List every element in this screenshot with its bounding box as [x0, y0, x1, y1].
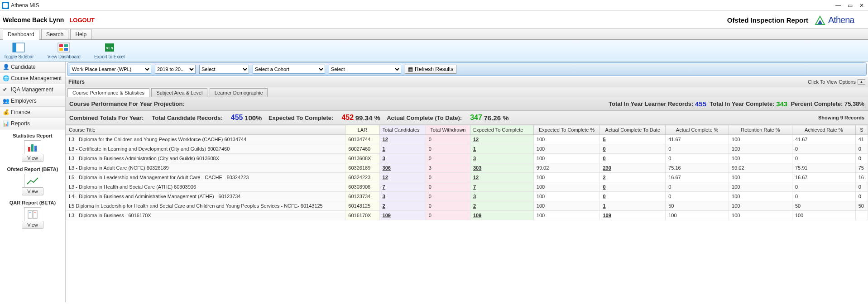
percent-value: 75.38% — [844, 100, 864, 107]
cohort-select[interactable]: Select a Cohort — [253, 65, 325, 74]
subtab-course-performance[interactable]: Course Performance & Statistics — [67, 88, 149, 97]
ofsted-report-title: Ofsted Report (BETA) — [3, 166, 62, 172]
statistics-view-button[interactable]: View — [22, 154, 43, 162]
sidebar-item-label: Employers — [11, 98, 37, 104]
learner-type-select[interactable]: Work Place Learner (WPL) — [70, 65, 151, 74]
th-actual-complete-pct[interactable]: Actual Complete % — [666, 125, 729, 135]
cell-expected-complete[interactable]: 12 — [470, 135, 533, 144]
toggle-sidebar-button[interactable]: Toggle Sidebar — [4, 42, 34, 59]
cell-total-candidates[interactable]: 2 — [379, 201, 426, 211]
sidebar-item-reports[interactable]: 📊Reports — [0, 118, 65, 129]
table-row[interactable]: L3 - Diploma in Business - 6016170X60161… — [66, 211, 868, 220]
cell-actual-complete-date[interactable]: 2 — [600, 173, 666, 182]
cell-expected-complete[interactable]: 1 — [470, 144, 533, 154]
logout-link[interactable]: LOGOUT — [69, 17, 95, 24]
cell-expected-complete[interactable]: 3 — [470, 154, 533, 163]
complete-value: 343 — [776, 100, 787, 108]
cell-s: 16 — [855, 173, 868, 182]
cell-expected-complete[interactable]: 3 — [470, 192, 533, 201]
table-row[interactable]: L4 - Diploma in Business and Administrat… — [66, 192, 868, 201]
cell-actual-complete-date[interactable]: 0 — [600, 182, 666, 192]
cell-expected-complete[interactable]: 2 — [470, 201, 533, 211]
cell-expected-complete[interactable]: 12 — [470, 173, 533, 182]
cell-total-candidates[interactable]: 7 — [379, 182, 426, 192]
svg-rect-12 — [31, 144, 34, 152]
sidebar-item-employers[interactable]: 👥Employers — [0, 95, 65, 107]
cell-actual-complete-date[interactable]: 0 — [600, 192, 666, 201]
cell-expected-complete-pct: 100 — [533, 211, 600, 220]
th-achieved-rate[interactable]: Achieved Rate % — [792, 125, 855, 135]
sidebar-item-finance[interactable]: 💰Finance — [0, 107, 65, 118]
content-area: Work Place Learner (WPL) 2019 to 20... S… — [66, 62, 868, 302]
maximize-button[interactable]: ▭ — [847, 3, 853, 8]
course-table: Course Title LAR Total Candidates Total … — [66, 125, 868, 220]
records-label: Total In Year Learner Records: — [609, 100, 693, 107]
cell-actual-complete-date[interactable]: 5 — [600, 135, 666, 144]
tab-dashboard[interactable]: Dashboard — [3, 29, 39, 40]
app-icon — [2, 2, 9, 9]
table-row[interactable]: L3 - Diploma in Business Administration … — [66, 154, 868, 163]
view-dashboard-button[interactable]: View Dashboard — [48, 42, 81, 59]
filters-label: Filters — [68, 79, 85, 85]
tab-search[interactable]: Search — [41, 29, 68, 39]
chevron-up-icon: ▲ — [858, 79, 865, 85]
cell-actual-complete-date[interactable]: 109 — [600, 211, 666, 220]
cell-total-candidates[interactable]: 109 — [379, 211, 426, 220]
cell-total-candidates[interactable]: 1 — [379, 144, 426, 154]
cell-expected-complete[interactable]: 303 — [470, 163, 533, 173]
svg-rect-15 — [33, 210, 37, 218]
th-s[interactable]: S — [855, 125, 868, 135]
export-excel-button[interactable]: XLS Export to Excel — [94, 42, 125, 59]
svg-rect-6 — [64, 44, 68, 47]
sidebar-item-candidate[interactable]: 👤Candidate — [0, 62, 65, 73]
view-options-button[interactable]: Click To View Options ▲ — [808, 79, 865, 85]
table-row[interactable]: L3 - Diploma in Adult Care (NCFE) 603261… — [66, 163, 868, 173]
act-label: Actual Complete (To Date): — [387, 114, 462, 121]
tab-help[interactable]: Help — [70, 29, 91, 39]
minimize-button[interactable]: — — [835, 3, 841, 8]
cell-actual-complete-pct: 100 — [666, 211, 729, 220]
cell-actual-complete-date[interactable]: 1 — [600, 201, 666, 211]
filter-select-1[interactable]: Select — [199, 65, 249, 74]
refresh-results-button[interactable]: ▦ Refresh Results — [405, 65, 456, 74]
table-row[interactable]: L5 - Diploma in Leadership and Managemen… — [66, 173, 868, 182]
sidebar-item-course-management[interactable]: 🌐Course Management — [0, 73, 65, 84]
close-button[interactable]: ✕ — [859, 3, 864, 8]
header-bar: Welcome Back Lynn LOGOUT Ofsted Inspecti… — [0, 11, 868, 28]
act-value: 347 — [470, 114, 482, 122]
table-row[interactable]: L3 - Diploma in Health and Social Care (… — [66, 182, 868, 192]
cell-actual-complete-date[interactable]: 230 — [600, 163, 666, 173]
cell-total-withdrawn: 0 — [426, 173, 470, 182]
ofsted-view-button[interactable]: View — [22, 187, 43, 195]
th-expected-complete[interactable]: Expected To Complete — [470, 125, 533, 135]
th-total-withdrawn[interactable]: Total Withdrawn — [426, 125, 470, 135]
year-select[interactable]: 2019 to 20... — [155, 65, 196, 74]
cell-total-candidates[interactable]: 3 — [379, 192, 426, 201]
table-row[interactable]: L5 Diploma in Leadership for Health and … — [66, 201, 868, 211]
table-row[interactable]: L3 - Certificate in Learning and Develop… — [66, 144, 868, 154]
th-expected-complete-pct[interactable]: Expected To Complete % — [533, 125, 600, 135]
cell-lar: 6016170X — [345, 211, 379, 220]
cell-expected-complete[interactable]: 109 — [470, 211, 533, 220]
subtab-learner-demographic[interactable]: Learner Demographic — [210, 88, 268, 97]
table-row[interactable]: L3 - Diploma for the Children and Young … — [66, 135, 868, 144]
th-retention-rate[interactable]: Retention Rate % — [729, 125, 792, 135]
th-actual-complete-date[interactable]: Actual Complete To Date — [600, 125, 666, 135]
th-total-candidates[interactable]: Total Candidates — [379, 125, 426, 135]
sidebar-item-iqa-management[interactable]: ✔IQA Management — [0, 84, 65, 95]
qar-view-button[interactable]: View — [22, 221, 43, 229]
cell-total-candidates[interactable]: 3 — [379, 154, 426, 163]
th-course-title[interactable]: Course Title — [66, 125, 345, 135]
table-container: Course Title LAR Total Candidates Total … — [66, 125, 868, 302]
th-lar[interactable]: LAR — [345, 125, 379, 135]
cell-s: 0 — [855, 192, 868, 201]
cell-total-candidates[interactable]: 306 — [379, 163, 426, 173]
cell-actual-complete-date[interactable]: 0 — [600, 144, 666, 154]
cell-total-candidates[interactable]: 12 — [379, 173, 426, 182]
cell-expected-complete[interactable]: 7 — [470, 182, 533, 192]
svg-rect-3 — [13, 43, 16, 52]
cell-actual-complete-date[interactable]: 0 — [600, 154, 666, 163]
cell-total-candidates[interactable]: 12 — [379, 135, 426, 144]
subtab-subject-area[interactable]: Subject Area & Level — [151, 88, 207, 97]
filter-select-2[interactable]: Select — [329, 65, 401, 74]
